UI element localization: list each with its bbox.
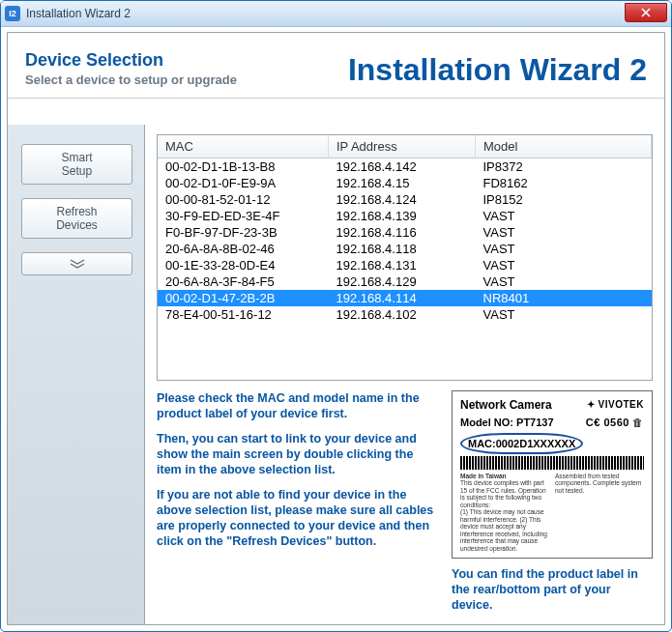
cell-model: VAST: [476, 208, 652, 224]
close-icon: [641, 8, 651, 17]
cell-model: FD8162: [476, 175, 652, 191]
instructions-p1: Please check the MAC and model name in t…: [157, 390, 438, 421]
cell-ip: 192.168.4.116: [329, 224, 476, 241]
cell-ip: 192.168.4.131: [329, 257, 476, 273]
cell-model: IP8152: [476, 191, 652, 208]
cell-mac: 00-02-D1-0F-E9-9A: [158, 175, 329, 191]
bottom-panel: Please check the MAC and model name in t…: [157, 390, 653, 614]
cell-model: NR8401: [476, 290, 652, 306]
window-frame: I2 Installation Wizard 2 Device Selectio…: [0, 0, 672, 632]
cell-model: VAST: [476, 224, 652, 241]
cell-ip: 192.168.4.102: [329, 306, 476, 323]
cell-ip: 192.168.4.142: [329, 158, 476, 176]
col-header-model[interactable]: Model: [476, 135, 652, 158]
refresh-devices-label-2: Devices: [56, 218, 98, 232]
table-row[interactable]: 00-1E-33-28-0D-E4192.168.4.131VAST: [158, 257, 652, 273]
page-subtitle: Select a device to setup or upgrade: [25, 72, 237, 87]
device-table-container[interactable]: MAC IP Address Model 00-02-D1-1B-13-B819…: [157, 134, 653, 381]
cell-mac: 20-6A-8A-8B-02-46: [158, 241, 329, 257]
cell-mac: 00-02-D1-47-2B-2B: [158, 290, 329, 306]
app-icon: I2: [5, 6, 20, 21]
table-row[interactable]: 78-E4-00-51-16-12192.168.4.102VAST: [158, 306, 652, 323]
table-row[interactable]: 20-6A-8A-3F-84-F5192.168.4.129VAST: [158, 273, 652, 290]
smart-setup-label-2: Setup: [62, 164, 92, 178]
brand-title: Installation Wizard 2: [348, 50, 647, 88]
client-area: Device Selection Select a device to setu…: [7, 32, 665, 625]
sidebar: Smart Setup Refresh Devices: [8, 125, 145, 624]
col-header-mac[interactable]: MAC: [158, 135, 329, 158]
cell-ip: 192.168.4.129: [329, 273, 476, 290]
window-title: Installation Wizard 2: [26, 7, 131, 20]
cell-model: VAST: [476, 306, 652, 323]
product-label-ce: C€ 0560: [586, 417, 629, 428]
instructions-p3: If you are not able to find your device …: [157, 487, 438, 549]
cell-model: VAST: [476, 241, 652, 257]
table-row[interactable]: 00-02-D1-47-2B-2B192.168.4.114NR8401: [158, 290, 652, 306]
cell-mac: 20-6A-8A-3F-84-F5: [158, 273, 329, 290]
smart-setup-label-1: Smart: [61, 151, 92, 164]
product-label-fine1: Assembled from tested components. Comple…: [555, 473, 644, 553]
product-label-made: Made in Taiwan: [460, 473, 549, 480]
cell-ip: 192.168.4.139: [329, 208, 476, 224]
smart-setup-button[interactable]: Smart Setup: [21, 144, 132, 185]
cell-ip: 192.168.4.114: [329, 290, 476, 306]
product-label-title: Network Camera: [460, 397, 552, 413]
cell-mac: F0-BF-97-DF-23-3B: [158, 224, 329, 241]
cell-mac: 00-02-D1-1B-13-B8: [158, 158, 329, 176]
barcode-icon: [460, 456, 644, 470]
cell-mac: 30-F9-ED-ED-3E-4F: [158, 208, 329, 224]
col-header-ip[interactable]: IP Address: [329, 135, 476, 158]
cell-model: VAST: [476, 273, 652, 290]
refresh-devices-button[interactable]: Refresh Devices: [21, 198, 132, 239]
table-row[interactable]: 30-F9-ED-ED-3E-4F192.168.4.139VAST: [158, 208, 652, 224]
cell-ip: 192.168.4.15: [329, 175, 476, 191]
table-row[interactable]: 20-6A-8A-8B-02-46192.168.4.118VAST: [158, 241, 652, 257]
product-label-fine3: (1) This device may not cause harmful in…: [460, 508, 549, 552]
cell-ip: 192.168.4.118: [329, 241, 476, 257]
table-row[interactable]: 00-02-D1-0F-E9-9A192.168.4.15FD8162: [158, 175, 652, 191]
table-row[interactable]: 00-00-81-52-01-12192.168.4.124IP8152: [158, 191, 652, 208]
page-title: Device Selection: [25, 50, 237, 71]
cell-model: IP8372: [476, 158, 652, 176]
titlebar[interactable]: I2 Installation Wizard 2: [1, 1, 671, 27]
header: Device Selection Select a device to setu…: [8, 33, 664, 99]
cell-mac: 78-E4-00-51-16-12: [158, 306, 329, 323]
product-label-mac: MAC:0002D1XXXXXX: [460, 433, 583, 454]
table-row[interactable]: 00-02-D1-1B-13-B8192.168.4.142IP8372: [158, 158, 652, 176]
table-row[interactable]: F0-BF-97-DF-23-3B192.168.4.116VAST: [158, 224, 652, 241]
instructions: Please check the MAC and model name in t…: [157, 390, 438, 614]
product-label-model: Model NO: PT7137: [460, 415, 554, 430]
close-button[interactable]: [625, 3, 667, 22]
cell-mac: 00-1E-33-28-0D-E4: [158, 257, 329, 273]
expand-button[interactable]: [21, 252, 132, 275]
product-label-fine2: This device complies with part 15 of the…: [460, 479, 549, 508]
cell-model: VAST: [476, 257, 652, 273]
refresh-devices-label-1: Refresh: [56, 205, 97, 218]
chevron-double-down-icon: [68, 258, 87, 270]
cell-ip: 192.168.4.124: [329, 191, 476, 208]
cell-mac: 00-00-81-52-01-12: [158, 191, 329, 208]
main-panel: MAC IP Address Model 00-02-D1-1B-13-B819…: [145, 125, 664, 624]
product-label-brand: VIVOTEK: [599, 399, 644, 410]
instructions-p2: Then, you can start to link to your devi…: [157, 431, 438, 477]
product-label-box: Network Camera ✦ VIVOTEK Model NO: PT713…: [452, 390, 653, 560]
device-table: MAC IP Address Model 00-02-D1-1B-13-B819…: [158, 135, 652, 323]
label-caption: You can find the product label in the re…: [452, 566, 653, 613]
